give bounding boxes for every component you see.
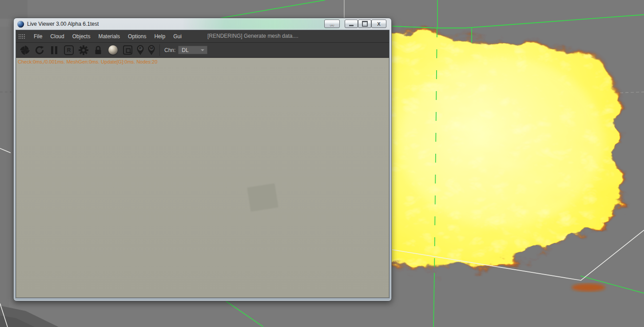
window-title: Live Viewer 3.00 Alpha 6.1test (27, 21, 99, 27)
octane-app-icon (17, 21, 24, 28)
menu-cloud[interactable]: Cloud (46, 31, 68, 42)
lock-resolution-button[interactable] (91, 44, 105, 56)
menu-file[interactable]: File (30, 31, 46, 42)
minimize-button[interactable] (345, 20, 358, 28)
focus-pin-letter: F (135, 46, 145, 50)
channel-label: Chn: (164, 47, 175, 53)
resize-arrows-icon: ↔ (329, 20, 335, 28)
material-picker-button[interactable]: M (147, 44, 156, 56)
live-viewer-window: Live Viewer 3.00 Alpha 6.1test ↔ X File … (13, 18, 392, 301)
menu-bar: File Cloud Objects Materials Options Hel… (16, 30, 389, 43)
maximize-button[interactable] (358, 20, 371, 28)
menu-gui[interactable]: Gui (169, 31, 186, 42)
menu-help[interactable]: Help (150, 31, 169, 42)
render-viewport[interactable]: Check:0ms,/0.001ms. MeshGen:0ms. Update[… (16, 58, 389, 298)
menu-materials[interactable]: Materials (94, 31, 124, 42)
close-button[interactable]: X (371, 20, 386, 28)
refresh-icon (34, 45, 45, 56)
chevron-down-icon (201, 49, 204, 51)
channel-value: DL (178, 47, 188, 53)
pause-icon (49, 45, 59, 55)
reset-letter: R (67, 47, 71, 53)
channel-dropdown[interactable]: DL (178, 46, 207, 54)
desktop-3d-viewport: { "window": { "title": "Live Viewer 3.00… (0, 0, 644, 327)
restart-render-button[interactable] (33, 44, 46, 56)
reset-icon: R (64, 45, 74, 55)
render-ball-icon (108, 45, 118, 55)
pick-region-icon (122, 44, 133, 56)
toolbar-separator (159, 44, 160, 56)
maximize-icon (362, 21, 368, 27)
pinwheel-icon (19, 44, 31, 56)
render-stats-text: Check:0ms,/0.001ms. MeshGen:0ms. Update[… (18, 59, 157, 64)
menu-grip-handle[interactable] (18, 34, 26, 39)
pause-render-button[interactable] (48, 44, 61, 56)
gear-icon (78, 45, 89, 56)
render-settings-button[interactable] (77, 44, 90, 56)
menu-options[interactable]: Options (124, 31, 150, 42)
material-pin-letter: M (147, 46, 156, 50)
lock-icon (93, 45, 103, 56)
window-content: File Cloud Objects Materials Options Hel… (16, 30, 390, 298)
fire-ember-blob (572, 283, 605, 291)
menu-objects[interactable]: Objects (68, 31, 95, 42)
minimize-icon (349, 25, 354, 26)
close-icon: X (377, 21, 380, 27)
mesh-preview-quad (247, 183, 278, 211)
reset-render-button[interactable]: R (62, 44, 76, 56)
render-ball-button[interactable] (106, 44, 119, 56)
pick-region-button[interactable] (121, 44, 134, 56)
octane-start-button[interactable] (18, 44, 32, 56)
render-status-text: [RENDERING] Generate mesh data.... (207, 33, 298, 39)
focus-picker-button[interactable]: F (135, 44, 145, 56)
resize-arrows-button[interactable]: ↔ (324, 20, 340, 28)
toolbar: R (16, 43, 389, 58)
